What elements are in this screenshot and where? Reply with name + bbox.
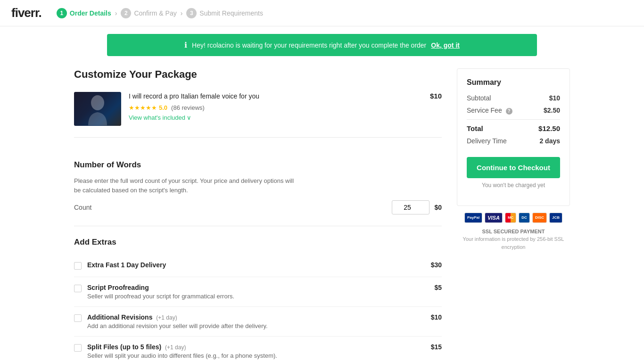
subtotal-row: Subtotal $10 (467, 94, 560, 102)
extra-checkbox-3[interactable] (74, 344, 82, 352)
extra-checkbox-1[interactable] (74, 285, 82, 292)
step-2-label: Confirm & Pay (134, 9, 176, 17)
extra-content-3: Split Files (up to 5 files) (+1 day) Sel… (87, 343, 425, 359)
step-1: 1 Order Details (57, 8, 111, 18)
product-title: I will record a pro Italian female voice… (129, 92, 422, 101)
discover-icon: DISC (532, 213, 547, 223)
right-panel: Summary Subtotal $10 Service Fee ? $2.50… (457, 64, 570, 362)
delivery-label: Delivery Time (467, 137, 507, 145)
extra-name-1: Script Proofreading (87, 284, 149, 291)
page-title: Customize Your Package (74, 68, 442, 81)
header: fiverr. 1 Order Details › 2 Confirm & Pa… (0, 0, 644, 26)
banner-link[interactable]: Ok, got it (431, 41, 460, 49)
extra-content-0: Extra Fast 1 Day Delivery (87, 261, 425, 270)
payment-icons: PayPal VISA MC DC DISC JCB (457, 213, 570, 223)
service-fee-info-icon[interactable]: ? (506, 108, 512, 115)
extra-checkbox-0[interactable] (74, 262, 82, 270)
subtotal-value: $10 (549, 94, 560, 102)
extra-checkbox-2[interactable] (74, 314, 82, 322)
mastercard-icon: MC (505, 213, 516, 223)
continue-checkout-button[interactable]: Continue to Checkout (467, 157, 560, 178)
extra-price-3: $15 (431, 343, 442, 351)
word-count-section: Number of Words Please enter the full wo… (74, 149, 442, 226)
word-count-description: Please enter the full word count of your… (74, 176, 300, 195)
extra-price-1: $5 (434, 284, 442, 291)
notification-banner: ℹ Hey! rcolacino is waiting for your req… (107, 34, 537, 56)
extra-item-1: Script Proofreading Seller will proofrea… (74, 277, 442, 307)
service-fee-value: $2.50 (544, 107, 560, 114)
step-1-label: Order Details (70, 9, 111, 17)
step-3-label: Submit Requirements (199, 9, 263, 17)
extra-name-2: Additional Revisions (87, 313, 152, 321)
extras-section: Add Extras Extra Fast 1 Day Delivery $30… (74, 226, 442, 362)
ssl-title: SSL SECURED PAYMENT (457, 228, 570, 236)
delivery-row: Delivery Time 2 days (467, 137, 560, 145)
chevron-down-icon: ∨ (187, 114, 191, 121)
arrow-2: › (181, 9, 183, 17)
fiverr-logo: fiverr. (11, 6, 41, 20)
total-value: $12.50 (538, 124, 560, 132)
ssl-description: Your information is protected by 256-bit… (457, 235, 570, 251)
step-3: 3 Submit Requirements (186, 8, 263, 18)
svg-point-0 (91, 95, 104, 110)
breadcrumb: 1 Order Details › 2 Confirm & Pay › 3 Su… (57, 8, 263, 18)
word-count-row: Count $0 (74, 200, 442, 214)
main-container: Customize Your Package I will record a p… (63, 64, 581, 362)
banner-text: Hey! rcolacino is waiting for your requi… (192, 41, 426, 49)
total-row: Total $12.50 (467, 119, 560, 132)
product-image (74, 92, 121, 126)
delivery-value: 2 days (539, 137, 560, 145)
total-label: Total (467, 124, 483, 132)
extra-price-0: $30 (431, 261, 442, 269)
product-thumbnail-svg (83, 92, 112, 125)
extra-tag-2: (+1 day) (156, 314, 177, 321)
info-icon: ℹ (184, 41, 187, 49)
step-2-circle: 2 (121, 8, 131, 18)
left-panel: Customize Your Package I will record a p… (74, 64, 442, 362)
star-icons: ★★★★★ (129, 104, 157, 111)
summary-card: Summary Subtotal $10 Service Fee ? $2.50… (457, 68, 570, 206)
review-count: (86 reviews) (171, 104, 205, 111)
diners-icon: DC (519, 213, 530, 223)
word-count-title: Number of Words (74, 160, 442, 170)
extra-price-2: $10 (431, 313, 442, 321)
extra-item-3: Split Files (up to 5 files) (+1 day) Sel… (74, 337, 442, 362)
count-input-group: $0 (392, 200, 442, 214)
extra-content-2: Additional Revisions (+1 day) Add an add… (87, 313, 425, 329)
subtotal-label: Subtotal (467, 94, 491, 102)
extra-name-0: Extra Fast 1 Day Delivery (87, 261, 166, 269)
product-card: I will record a pro Italian female voice… (74, 92, 442, 138)
arrow-1: › (115, 9, 117, 17)
extra-name-3: Split Files (up to 5 files) (87, 343, 161, 351)
step-2: 2 Confirm & Pay (121, 8, 176, 18)
extra-item-0: Extra Fast 1 Day Delivery $30 (74, 255, 442, 277)
extra-desc-2: Add an additional revision your seller w… (87, 322, 425, 329)
service-fee-row: Service Fee ? $2.50 (467, 107, 560, 115)
step-3-circle: 3 (186, 8, 197, 18)
rating-value: 5.0 (159, 104, 167, 111)
product-price: $10 (430, 92, 442, 100)
extra-desc-3: Seller will split your audio into differ… (87, 352, 425, 359)
word-count-input[interactable] (392, 200, 429, 214)
view-included-link[interactable]: View what's included ∨ (129, 114, 191, 121)
product-info: I will record a pro Italian female voice… (129, 92, 422, 121)
paypal-icon: PayPal (464, 213, 482, 223)
jcb-icon: JCB (549, 213, 562, 223)
no-charge-text: You won't be charged yet (467, 182, 560, 189)
summary-title: Summary (467, 78, 560, 87)
step-1-circle: 1 (57, 8, 67, 18)
extra-item-2: Additional Revisions (+1 day) Add an add… (74, 307, 442, 337)
extra-content-1: Script Proofreading Seller will proofrea… (87, 284, 429, 300)
extra-desc-1: Seller will proofread your script for gr… (87, 293, 429, 300)
service-fee-label: Service Fee ? (467, 107, 512, 115)
extra-tag-3: (+1 day) (165, 344, 186, 351)
count-price: $0 (434, 204, 442, 211)
extras-title: Add Extras (74, 238, 442, 247)
visa-icon: VISA (485, 213, 503, 223)
count-label: Count (74, 204, 91, 211)
ssl-info: SSL SECURED PAYMENT Your information is … (457, 228, 570, 251)
